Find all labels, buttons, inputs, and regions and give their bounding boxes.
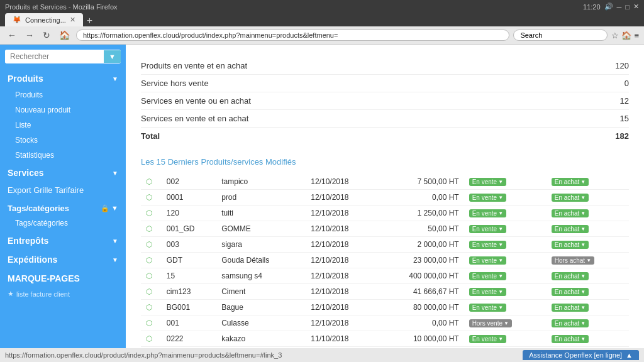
status2-badge: En achat ▼ (552, 178, 589, 186)
home-nav-icon[interactable]: 🏠 (621, 31, 631, 40)
product-icon-cell: ⬡ (141, 300, 162, 315)
sidebar-entrepots-arrow: ▼ (112, 238, 118, 244)
assistance-label: Assistance Openflex [en ligne] (529, 351, 622, 359)
product-status2: Hors achat ▼ (547, 253, 629, 268)
sidebar-services-label: Services (8, 168, 44, 178)
url-bar[interactable]: https://formation.openflex.cloud/product… (76, 30, 509, 41)
product-price: 50,00 HT (375, 221, 464, 237)
sidebar-item-liste[interactable]: Liste (0, 118, 126, 133)
product-name: samsung s4 (216, 268, 306, 284)
sidebar-marque-pages-header[interactable]: MARQUE-PAGES (0, 268, 126, 287)
status2-badge: Hors achat ▼ (552, 256, 594, 265)
sidebar-produits-header[interactable]: Produits ▼ (0, 69, 126, 87)
sidebar-footer-link[interactable]: ★ liste facture client (0, 287, 126, 300)
table-row[interactable]: ⬡ GDT Gouda Détails 12/10/2018 23 000,00… (141, 253, 629, 268)
sidebar-item-produits[interactable]: Produits (0, 87, 126, 102)
status1-badge: En vente ▼ (469, 272, 506, 280)
product-status1: En vente ▼ (464, 174, 547, 190)
table-row[interactable]: ⬡ 003 sigara 12/10/2018 2 000,00 HT En v… (141, 237, 629, 253)
product-price: 2 000,00 HT (375, 237, 464, 253)
sidebar-search-button[interactable]: ▼ (104, 50, 121, 63)
bookmark-icon[interactable]: ☆ (611, 31, 619, 40)
search-bar[interactable]: Search (513, 30, 608, 41)
sidebar-item-statistiques[interactable]: Statistiques (0, 148, 126, 163)
product-status1: En vente ▼ (464, 190, 547, 206)
sidebar-tags-sub-item[interactable]: Tags/catégories (0, 216, 126, 231)
tab-close-button[interactable]: ✕ (70, 16, 75, 24)
product-icon: ⬡ (146, 256, 152, 265)
sidebar-tags-section[interactable]: Tags/catégories 🔒 ▼ (0, 199, 126, 216)
star-icon: ★ (8, 290, 14, 298)
product-icon: ⬡ (146, 240, 152, 249)
section-title: Les 15 Derniers Produits/services Modifi… (141, 157, 629, 167)
product-status1: En vente ▼ (464, 206, 547, 221)
product-status1: Hors vente ▼ (464, 315, 547, 331)
product-icon: ⬡ (146, 303, 152, 312)
product-icon: ⬡ (146, 177, 152, 186)
home-button[interactable]: 🏠 (57, 29, 72, 41)
product-icon-cell: ⬡ (141, 221, 162, 237)
product-status2: En achat ▼ (547, 315, 629, 331)
product-date: 12/10/2018 (306, 268, 374, 284)
minimize-icon[interactable]: ─ (617, 3, 622, 11)
product-status2: En achat ▼ (547, 190, 629, 206)
table-row[interactable]: ⬡ cim123 Ciment 12/10/2018 41 666,67 HT … (141, 284, 629, 300)
sidebar-item-stocks[interactable]: Stocks (0, 133, 126, 148)
product-date: 12/10/2018 (306, 221, 374, 237)
maximize-icon[interactable]: □ (625, 3, 630, 11)
product-date: 12/10/2018 (306, 206, 374, 221)
product-name: kakazo (216, 331, 306, 347)
sidebar-export-grille[interactable]: Export Grille Tarifaire (0, 182, 126, 199)
status2-badge: En achat ▼ (552, 209, 589, 217)
sidebar-search-input[interactable] (5, 50, 104, 63)
product-price: 400 000,00 HT (375, 268, 464, 284)
tab-favicon: 🦊 (13, 16, 21, 24)
assistance-badge[interactable]: Assistance Openflex [en ligne] ▲ (523, 350, 639, 360)
product-icon: ⬡ (146, 224, 152, 233)
product-status1: En vente ▼ (464, 221, 547, 237)
sidebar-search-wrapper: ▼ (0, 45, 126, 69)
browser-navbar: ← → ↻ 🏠 https://formation.openflex.cloud… (0, 26, 644, 45)
table-row[interactable]: ⬡ 120 tuiti 12/10/2018 1 250,00 HT En ve… (141, 206, 629, 221)
sidebar-services-header[interactable]: Services ▼ (0, 163, 126, 182)
status1-badge: Hors vente ▼ (469, 319, 512, 327)
sidebar-expeditions-header[interactable]: Expéditions ▼ (0, 250, 126, 268)
product-code: 0222 (162, 331, 216, 347)
product-price: 1 250,00 HT (375, 206, 464, 221)
menu-icon[interactable]: ≡ (634, 31, 639, 40)
forward-button[interactable]: → (23, 29, 36, 41)
sidebar-item-nouveau-produit[interactable]: Nouveau produit (0, 102, 126, 118)
product-code: GDT (162, 253, 216, 268)
product-name: sigara (216, 237, 306, 253)
product-name: tampico (216, 174, 306, 190)
table-row[interactable]: ⬡ 15 samsung s4 12/10/2018 400 000,00 HT… (141, 268, 629, 284)
reload-button[interactable]: ↻ (40, 29, 53, 41)
product-status2: En achat ▼ (547, 174, 629, 190)
stats-label: Services en vente et en achat (141, 114, 248, 123)
product-icon-cell: ⬡ (141, 331, 162, 347)
close-icon[interactable]: ✕ (633, 3, 639, 11)
product-price: 7 500,00 HT (375, 174, 464, 190)
sidebar-services-arrow: ▼ (112, 170, 118, 177)
browser-tab-active[interactable]: 🦊 Connecting... ✕ (5, 13, 83, 26)
table-row[interactable]: ⬡ 002 tampico 12/10/2018 7 500,00 HT En … (141, 174, 629, 190)
table-row[interactable]: ⬡ BG001 Bague 12/10/2018 80 000,00 HT En… (141, 300, 629, 315)
table-row[interactable]: ⬡ 0222 kakazo 11/10/2018 10 000,00 HT En… (141, 331, 629, 347)
status1-badge: En vente ▼ (469, 241, 506, 249)
product-status2: En achat ▼ (547, 206, 629, 221)
new-tab-button[interactable]: + (83, 15, 96, 26)
stats-row: Services en vente et en achat 15 (141, 110, 629, 128)
status-url: https://formation.openflex.cloud/product… (5, 351, 282, 359)
sidebar-expeditions-label: Expéditions (8, 255, 57, 265)
stats-table: Produits en vente et en achat 120 Servic… (141, 57, 629, 145)
stats-label: Produits en vente et en achat (141, 61, 247, 70)
product-status1: En vente ▼ (464, 268, 547, 284)
nav-icons: ☆ 🏠 ≡ (611, 31, 639, 40)
table-row[interactable]: ⬡ 001_GD GOMME 12/10/2018 50,00 HT En ve… (141, 221, 629, 237)
product-status1: En vente ▼ (464, 300, 547, 315)
table-row[interactable]: ⬡ 001 Culasse 12/10/2018 0,00 HT Hors ve… (141, 315, 629, 331)
sidebar-entrepots-header[interactable]: Entrepôts ▼ (0, 231, 126, 250)
table-row[interactable]: ⬡ 0001 prod 12/10/2018 0,00 HT En vente … (141, 190, 629, 206)
status2-badge: En achat ▼ (552, 225, 589, 233)
back-button[interactable]: ← (5, 29, 19, 41)
